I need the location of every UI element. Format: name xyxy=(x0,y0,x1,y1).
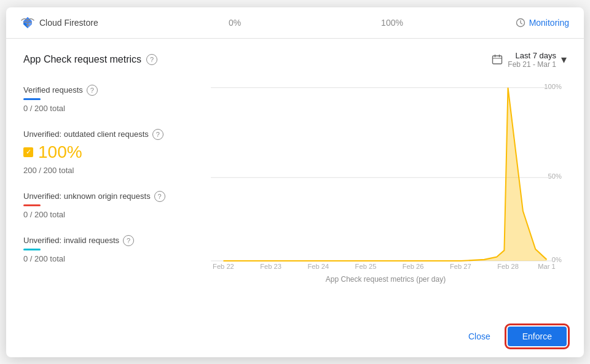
calendar-icon xyxy=(492,54,503,65)
date-range-sub: Feb 21 - Mar 1 xyxy=(508,60,556,69)
help-invalid-icon[interactable]: ? xyxy=(123,235,134,246)
pct-0: 0% xyxy=(156,18,313,28)
date-range-picker[interactable]: Last 7 days Feb 21 - Mar 1 ▾ xyxy=(492,51,567,69)
svg-text:Feb 26: Feb 26 xyxy=(403,262,424,269)
dialog: Cloud Firestore 0% 100% Monitoring App C… xyxy=(6,7,584,357)
metrics-panel: Verified requests ? 0 / 200 total Unveri… xyxy=(23,80,205,317)
outdated-pct: 100% xyxy=(38,142,82,162)
metric-outdated-large: ✓ 100% xyxy=(23,142,199,162)
firestore-icon xyxy=(21,16,34,29)
chart-xlabel: App Check request metrics (per day) xyxy=(205,275,567,284)
section-header: App Check request metrics ? Last 7 days … xyxy=(23,51,567,69)
pct-100: 100% xyxy=(313,18,471,28)
service-label-container: Cloud Firestore xyxy=(21,16,156,29)
svg-text:Mar 1: Mar 1 xyxy=(538,262,556,269)
svg-text:Feb 23: Feb 23 xyxy=(260,262,281,269)
section-title-container: App Check request metrics ? xyxy=(23,54,157,65)
monitoring-label: Monitoring xyxy=(529,18,569,28)
section-title-text: App Check request metrics xyxy=(23,54,141,65)
svg-text:50%: 50% xyxy=(548,172,562,180)
chart-svg: 100% 50% 0% Feb 22 Feb 23 Feb 24 Feb 25 … xyxy=(205,80,567,270)
help-icon[interactable]: ? xyxy=(146,54,157,65)
svg-text:Feb 28: Feb 28 xyxy=(497,262,519,269)
outdated-value: 200 / 200 total xyxy=(23,166,199,175)
metric-verified: Verified requests ? 0 / 200 total xyxy=(23,80,199,118)
svg-text:100%: 100% xyxy=(544,82,562,90)
checkbox-checked: ✓ xyxy=(23,147,33,157)
date-range-main: Last 7 days xyxy=(516,51,557,60)
main-content: App Check request metrics ? Last 7 days … xyxy=(6,39,584,317)
metric-outdated-label: Unverified: outdated client requests ? xyxy=(23,129,199,140)
metric-unknown-label: Unverified: unknown origin requests ? xyxy=(23,191,199,202)
svg-rect-2 xyxy=(493,56,502,64)
metric-verified-label: Verified requests ? xyxy=(23,85,199,96)
metric-invalid: Unverified: invalid requests ? 0 / 200 t… xyxy=(23,230,199,268)
metric-invalid-label: Unverified: invalid requests ? xyxy=(23,235,199,246)
metric-outdated: Unverified: outdated client requests ? ✓… xyxy=(23,124,199,180)
svg-point-0 xyxy=(26,24,29,26)
enforce-button[interactable]: Enforce xyxy=(508,327,567,346)
help-verified-icon[interactable]: ? xyxy=(87,85,98,96)
svg-text:Feb 24: Feb 24 xyxy=(307,262,329,269)
help-outdated-icon[interactable]: ? xyxy=(152,129,163,140)
chart-fill xyxy=(223,87,546,260)
chart-area: 100% 50% 0% Feb 22 Feb 23 Feb 24 Feb 25 … xyxy=(205,80,567,317)
date-range-text: Last 7 days Feb 21 - Mar 1 xyxy=(508,51,556,69)
metric-unknown: Unverified: unknown origin requests ? 0 … xyxy=(23,186,199,224)
top-bar: Cloud Firestore 0% 100% Monitoring xyxy=(6,7,584,39)
svg-text:Feb 27: Feb 27 xyxy=(450,262,471,269)
verified-value: 0 / 200 total xyxy=(23,104,199,113)
verified-line xyxy=(23,98,41,100)
chart-line xyxy=(223,87,546,260)
invalid-value: 0 / 200 total xyxy=(23,254,199,263)
close-button[interactable]: Close xyxy=(458,327,500,346)
chevron-down-icon: ▾ xyxy=(561,53,567,66)
clock-icon xyxy=(516,18,525,28)
svg-text:Feb 22: Feb 22 xyxy=(213,262,234,269)
unknown-line xyxy=(23,204,41,206)
svg-text:Feb 25: Feb 25 xyxy=(355,262,377,269)
footer: Close Enforce xyxy=(6,317,584,357)
invalid-line xyxy=(23,249,41,250)
body-split: Verified requests ? 0 / 200 total Unveri… xyxy=(23,80,567,317)
help-unknown-icon[interactable]: ? xyxy=(154,191,165,202)
service-name: Cloud Firestore xyxy=(39,18,98,28)
unknown-value: 0 / 200 total xyxy=(23,210,199,219)
monitoring-link[interactable]: Monitoring xyxy=(471,18,569,28)
